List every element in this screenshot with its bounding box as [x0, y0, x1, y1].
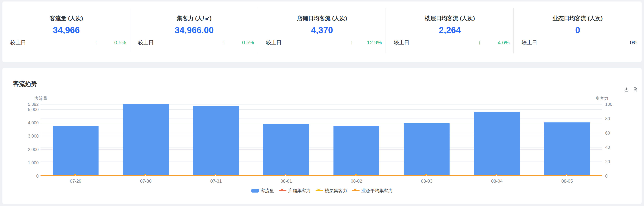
bar-08-05[interactable]: [544, 122, 590, 176]
kpi-title: 楼层日均客流 (人次): [386, 15, 514, 22]
kpi-card-total-traffic: 客流量 (人次) 34,966 较上日 ↑ 0.5%: [2, 2, 130, 62]
kpi-title: 业态日均客流 (人次): [514, 15, 642, 22]
legend-label: 楼层集客力: [325, 188, 347, 194]
kpi-card-shop-daily-traffic: 店铺日均客流 (人次) 4,370 较上日 ↑ 12.9%: [258, 2, 386, 62]
kpi-card-floor-daily-traffic: 楼层日均客流 (人次) 2,264 较上日 ↑ 4.6%: [386, 2, 514, 62]
left-axis-tick: 1,000: [3, 161, 39, 165]
legend-line-swatch: [316, 189, 323, 192]
trend-up-arrow-icon: ↑: [350, 40, 353, 46]
kpi-compare-row: 较上日 ↑ 0.5%: [130, 40, 258, 46]
kpi-compare-row: 较上日 ↑ 4.6%: [386, 40, 514, 46]
legend-item-客流量[interactable]: 客流量: [251, 188, 274, 194]
left-axis-tick: 0: [3, 174, 39, 178]
x-axis-label: 07-31: [181, 179, 251, 183]
legend-line-swatch: [279, 189, 286, 192]
kpi-compare-row: 较上日 ↑ 0.5%: [2, 40, 130, 46]
trend-up-arrow-icon: ↑: [223, 40, 225, 46]
chart-legend: 客流量店铺集客力楼层集客力业态平均集客力: [2, 188, 642, 193]
kpi-card-category-daily-traffic: 业态日均客流 (人次) 0 较上日 0%: [514, 2, 642, 62]
kpi-change-value: 0%: [630, 40, 638, 46]
kpi-card-gathering-power: 集客力 (人/㎡) 34,966.00 较上日 ↑ 0.5%: [130, 2, 258, 62]
kpi-value: 2,264: [386, 25, 514, 35]
left-axis-tick: 2,000: [3, 147, 39, 152]
right-axis-name: 集客力: [596, 96, 608, 101]
bar-08-01[interactable]: [263, 124, 309, 176]
bar-08-02[interactable]: [334, 126, 380, 176]
right-axis-tick: 80: [605, 116, 610, 121]
kpi-change-value: 4.6%: [498, 40, 510, 46]
legend-label: 店铺集客力: [288, 188, 311, 194]
x-axis-label: 08-05: [532, 179, 602, 183]
kpi-compare-row: 较上日 ↑ 12.9%: [258, 40, 386, 46]
right-axis-tick: 40: [605, 145, 610, 149]
x-axis-label: 08-01: [251, 179, 321, 183]
x-axis-label: 08-02: [321, 179, 392, 183]
left-axis-name: 客流量: [34, 96, 48, 101]
kpi-compare-label: 较上日: [266, 40, 282, 46]
kpi-change-value: 12.9%: [367, 40, 382, 46]
kpi-compare-row: 较上日 0%: [514, 40, 642, 46]
legend-line-swatch: [352, 189, 360, 192]
left-axis-tick: 4,000: [3, 121, 39, 125]
kpi-summary-panel: 客流量 (人次) 34,966 较上日 ↑ 0.5% 集客力 (人/㎡) 34,…: [2, 2, 642, 62]
traffic-trend-panel: 客流趋势 客流量 集客力 5,3925,0004,0003,0002,0001,…: [2, 68, 642, 204]
kpi-change-value: 0.5%: [114, 40, 126, 46]
kpi-compare-label: 较上日: [10, 40, 26, 46]
bar-07-30[interactable]: [123, 104, 169, 176]
kpi-title: 集客力 (人/㎡): [130, 15, 258, 22]
kpi-title: 店铺日均客流 (人次): [258, 15, 386, 22]
kpi-title: 客流量 (人次): [2, 15, 130, 22]
right-axis-tick: 60: [605, 131, 610, 135]
kpi-value: 34,966: [2, 25, 130, 35]
legend-bar-swatch: [251, 189, 259, 192]
kpi-value: 4,370: [258, 25, 386, 35]
kpi-compare-label: 较上日: [138, 40, 154, 46]
left-axis-tick: 5,392: [3, 102, 39, 107]
trend-up-arrow-icon: ↑: [478, 40, 481, 46]
line-业态平均集客力[interactable]: [40, 175, 602, 176]
bar-07-29[interactable]: [52, 126, 98, 176]
right-axis-tick: 100: [605, 102, 612, 107]
legend-label: 客流量: [261, 188, 274, 194]
bar-08-03[interactable]: [404, 123, 450, 176]
bar-07-31[interactable]: [193, 106, 239, 176]
kpi-compare-label: 较上日: [394, 40, 410, 46]
x-axis-label: 07-30: [111, 179, 181, 183]
bar-08-04[interactable]: [474, 112, 520, 176]
kpi-compare-label: 较上日: [522, 40, 537, 46]
legend-item-店铺集客力[interactable]: 店铺集客力: [279, 188, 311, 194]
legend-item-业态平均集客力[interactable]: 业态平均集客力: [352, 188, 393, 194]
kpi-value: 34,966.00: [130, 25, 258, 35]
legend-item-楼层集客力[interactable]: 楼层集客力: [316, 188, 347, 194]
line-marker: [74, 174, 76, 176]
trend-up-arrow-icon: ↑: [95, 40, 98, 46]
kpi-change-value: 0.5%: [242, 40, 254, 46]
x-axis-label: 08-03: [392, 179, 462, 183]
left-axis-tick: 5,000: [3, 107, 39, 112]
line-marker: [144, 174, 146, 176]
line-marker: [425, 174, 427, 176]
traffic-trend-chart[interactable]: 客流量 集客力 5,3925,0004,0003,0002,0001,00001…: [2, 68, 642, 204]
left-axis-tick: 3,000: [3, 134, 39, 138]
line-marker: [214, 174, 216, 176]
line-marker: [355, 174, 357, 176]
x-axis-label: 08-04: [462, 179, 532, 183]
kpi-value: 0: [514, 25, 642, 35]
legend-label: 业态平均集客力: [362, 188, 393, 194]
right-axis-tick: 0: [605, 174, 608, 178]
right-axis-tick: 20: [605, 159, 610, 164]
line-marker: [495, 174, 497, 176]
x-axis-label: 07-29: [40, 179, 111, 183]
